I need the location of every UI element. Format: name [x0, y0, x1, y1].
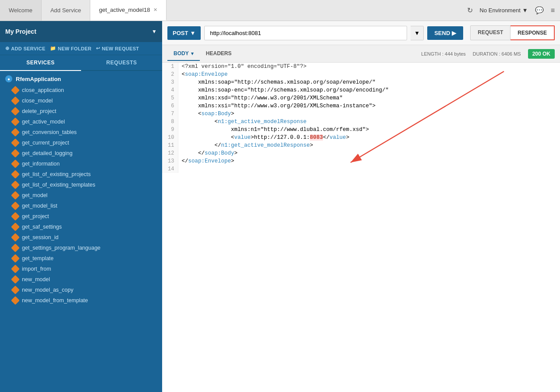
add-icon: ⊕ — [5, 46, 9, 51]
sidebar-item[interactable]: get_list_of_existing_templates — [0, 180, 162, 190]
project-arrow-icon[interactable]: ▼ — [152, 28, 157, 35]
sidebar-item[interactable]: get_current_project — [0, 138, 162, 148]
table-row: 11 </n1:get_active_modelResponse> — [162, 141, 560, 149]
new-request-button[interactable]: ↩ NEW REQUEST — [96, 46, 139, 51]
sidebar-item[interactable]: close_application — [0, 85, 162, 95]
headers-tab[interactable]: HEADERS — [200, 47, 238, 61]
item-label: get_list_of_existing_projects — [22, 171, 91, 177]
tab-close-icon[interactable]: ✕ — [153, 7, 157, 13]
item-icon — [11, 233, 20, 242]
url-dropdown-icon[interactable]: ▼ — [411, 26, 424, 40]
status-badge: 200 OK — [528, 49, 555, 59]
sidebar-item[interactable]: new_model — [0, 274, 162, 285]
table-row: 5 xmlns:xsd="http://www.w3.org/2001/XMLS… — [162, 94, 560, 102]
item-label: get_current_project — [22, 140, 69, 146]
response-tab[interactable]: RESPONSE — [510, 25, 555, 40]
line-content — [178, 165, 560, 173]
url-input[interactable] — [204, 26, 407, 40]
line-number: 4 — [162, 86, 178, 94]
sidebar-item[interactable]: new_model_as_copy — [0, 285, 162, 295]
item-label: import_from — [22, 266, 51, 272]
item-label: new_model — [22, 276, 50, 283]
table-row: 1<?xml version="1.0" encoding="UTF-8"?> — [162, 63, 560, 71]
tab-add-service[interactable]: Add Service — [42, 0, 90, 21]
body-tab-arrow[interactable]: ▾ — [191, 51, 194, 56]
line-number: 5 — [162, 94, 178, 102]
item-icon — [11, 149, 20, 158]
item-icon — [11, 201, 20, 210]
item-label: get_model — [22, 192, 47, 198]
item-icon — [11, 117, 20, 126]
line-content: xmlns:n1="http://www.dlubal.com/rfem.xsd… — [178, 126, 560, 134]
add-service-button[interactable]: ⊕ ADD SERVICE — [5, 46, 46, 51]
sidebar-item[interactable]: get_template — [0, 253, 162, 264]
new-folder-label: NEW FOLDER — [58, 46, 92, 51]
new-folder-button[interactable]: 📁 NEW FOLDER — [50, 46, 92, 51]
send-arrow-icon: ▶ — [452, 30, 456, 36]
main-content: POST ▼ ▼ SEND ▶ REQUEST RESPONSE BODY — [162, 21, 560, 392]
item-icon — [11, 222, 20, 231]
sidebar-item[interactable]: delete_project — [0, 106, 162, 117]
method-arrow-icon: ▼ — [190, 30, 195, 36]
sidebar-item[interactable]: get_settings_program_language — [0, 243, 162, 253]
table-row: 10 <value>http://127.0.0.1:8083</value> — [162, 134, 560, 141]
request-tab[interactable]: REQUEST — [470, 25, 510, 40]
sidebar-item[interactable]: get_saf_settings — [0, 222, 162, 232]
send-label: SEND — [434, 30, 450, 36]
table-row: 9 xmlns:n1="http://www.dlubal.com/rfem.x… — [162, 126, 560, 134]
sub-tab-bar: BODY ▾ HEADERS LENGTH : 444 bytes DURATI… — [162, 45, 560, 63]
item-label: get_conversion_tables — [22, 129, 77, 135]
table-row: 13</soap:Envelope> — [162, 157, 560, 165]
item-label: get_model_list — [22, 203, 57, 209]
item-icon — [11, 265, 20, 273]
code-table: 1<?xml version="1.0" encoding="UTF-8"?>2… — [162, 63, 560, 173]
sidebar-item[interactable]: get_project — [0, 211, 162, 222]
line-content: xmlns:soap="http://schemas.xmlsoap.org/s… — [178, 78, 560, 86]
tab-get-active-model[interactable]: get_active_model18 ✕ — [90, 0, 167, 21]
sidebar-item[interactable]: get_model_list — [0, 201, 162, 211]
chat-icon[interactable]: 💬 — [535, 6, 544, 14]
sidebar-item[interactable]: get_list_of_existing_projects — [0, 169, 162, 180]
line-content: xmlns:xsi="http://www.w3.org/2001/XMLSch… — [178, 102, 560, 110]
sidebar-tab-requests[interactable]: REQUESTS — [81, 55, 162, 70]
environment-selector[interactable]: No Environment ▼ — [480, 7, 528, 14]
sidebar-item[interactable]: close_model — [0, 95, 162, 106]
item-icon — [11, 296, 20, 305]
sidebar-item[interactable]: get_active_model — [0, 117, 162, 127]
code-area: 1<?xml version="1.0" encoding="UTF-8"?>2… — [162, 63, 560, 392]
line-content: </soap:Envelope> — [178, 157, 560, 165]
item-label: get_project — [22, 213, 49, 219]
line-number: 2 — [162, 71, 178, 78]
sidebar-item[interactable]: get_detailed_logging — [0, 148, 162, 159]
sidebar-item[interactable]: new_model_from_template — [0, 295, 162, 306]
line-content: </n1:get_active_modelResponse> — [178, 141, 560, 149]
item-label: get_active_model — [22, 119, 65, 125]
item-icon — [11, 244, 20, 252]
sidebar-item[interactable]: get_session_id — [0, 232, 162, 243]
sidebar-item[interactable]: get_model — [0, 190, 162, 201]
item-icon — [11, 170, 20, 179]
line-number: 9 — [162, 126, 178, 134]
line-content: xmlns:xsd="http://www.w3.org/2001/XMLSch… — [178, 94, 560, 102]
item-label: get_list_of_existing_templates — [22, 182, 95, 188]
item-icon — [11, 138, 20, 147]
sidebar-tab-services[interactable]: SERVICES — [0, 55, 81, 71]
new-request-label: NEW REQUEST — [102, 46, 139, 51]
sidebar-item[interactable]: get_information — [0, 159, 162, 169]
sidebar-item[interactable]: get_conversion_tables — [0, 127, 162, 138]
table-row: 4 xmlns:soap-enc="http://schemas.xmlsoap… — [162, 86, 560, 94]
menu-icon[interactable]: ≡ — [551, 7, 555, 14]
request-icon: ↩ — [96, 46, 100, 51]
method-label: POST — [173, 30, 188, 36]
sidebar-group-rfem[interactable]: ● RfemApplication — [0, 73, 162, 85]
refresh-icon[interactable]: ↻ — [467, 6, 473, 14]
line-number: 1 — [162, 63, 178, 71]
body-tab[interactable]: BODY ▾ — [167, 47, 200, 61]
sidebar-item[interactable]: import_from — [0, 264, 162, 274]
method-button[interactable]: POST ▼ — [167, 26, 201, 40]
tab-welcome[interactable]: Welcome — [0, 0, 42, 21]
line-content: <?xml version="1.0" encoding="UTF-8"?> — [178, 63, 560, 71]
item-label: delete_project — [22, 108, 57, 114]
send-button[interactable]: SEND ▶ — [427, 26, 463, 40]
table-row: 12 </soap:Body> — [162, 149, 560, 157]
